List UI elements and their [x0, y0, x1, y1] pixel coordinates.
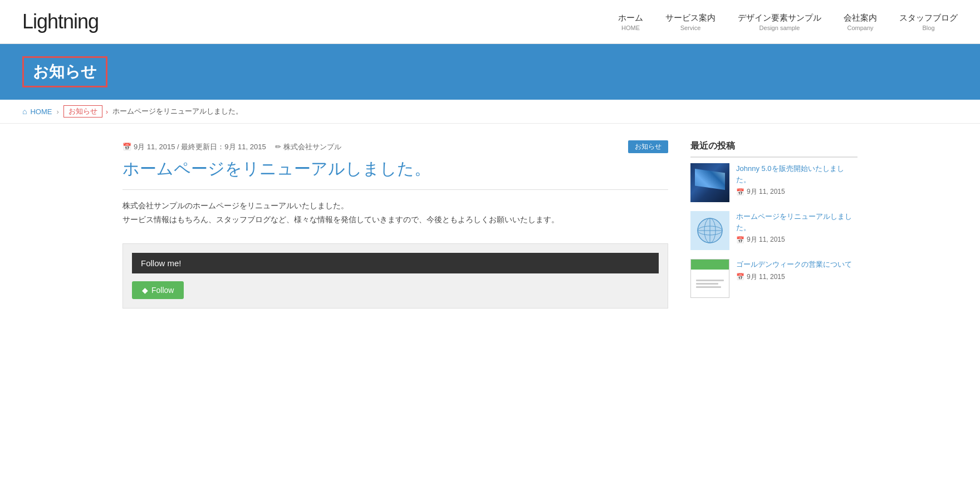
breadcrumb: ⌂ HOME › お知らせ › ホームページをリニューアルしました。: [0, 100, 980, 124]
calendar-icon-2: 📅: [736, 236, 744, 244]
recent-post-thumb-1: [690, 163, 729, 202]
hero-title: お知らせ: [22, 56, 107, 87]
nav-home[interactable]: ホーム HOME: [618, 13, 643, 31]
nav-blog[interactable]: スタッフブログ Blog: [899, 13, 958, 31]
follow-icon: ◆: [142, 286, 148, 295]
recent-post-item-3: ゴールデンウィークの営業について 📅 9月 11, 2015: [690, 259, 857, 298]
nav-company[interactable]: 会社案内 Company: [844, 13, 877, 31]
home-icon: ⌂: [22, 107, 27, 116]
article-category-badge[interactable]: お知らせ: [628, 140, 668, 153]
article-author: ✏ 株式会社サンプル: [275, 142, 341, 152]
pencil-icon: ✏: [275, 143, 281, 151]
recent-post-date-2: 📅 9月 11, 2015: [736, 235, 857, 244]
calendar-icon: 📅: [122, 143, 131, 151]
recent-post-title-1[interactable]: Johnny 5.0を販売開始いたしました。: [736, 163, 857, 185]
article-body-line1: 株式会社サンプルのホームページをリニューアルいたしました。: [122, 199, 668, 213]
recent-post-date-3: 📅 9月 11, 2015: [736, 272, 857, 282]
recent-post-info-2: ホームページをリニューアルしました。 📅 9月 11, 2015: [736, 211, 857, 244]
recent-post-item-2: ホームページをリニューアルしました。 📅 9月 11, 2015: [690, 211, 857, 250]
recent-post-date-1: 📅 9月 11, 2015: [736, 187, 857, 197]
recent-post-info-1: Johnny 5.0を販売開始いたしました。 📅 9月 11, 2015: [736, 163, 857, 197]
recent-post-thumb-3: [690, 259, 729, 298]
sidebar-recent-title: 最近の投稿: [690, 140, 857, 158]
follow-header: Follow me!: [132, 253, 659, 273]
article: 📅 9月 11, 2015 / 最終更新日：9月 11, 2015 ✏ 株式会社…: [122, 140, 668, 309]
recent-post-title-3[interactable]: ゴールデンウィークの営業について: [736, 259, 857, 270]
recent-post-item: Johnny 5.0を販売開始いたしました。 📅 9月 11, 2015: [690, 163, 857, 202]
main-layout: 📅 9月 11, 2015 / 最終更新日：9月 11, 2015 ✏ 株式会社…: [100, 124, 880, 325]
main-nav: ホーム HOME サービス案内 Service デザイン要素サンプル Desig…: [618, 13, 958, 31]
sidebar: 最近の投稿 Johnny 5.0を販売開始いたしました。 📅 9月 11, 20…: [690, 140, 857, 309]
follow-box: Follow me! ◆ Follow: [122, 243, 668, 309]
calendar-icon-1: 📅: [736, 188, 744, 196]
breadcrumb-page: ホームページをリニューアルしました。: [112, 106, 243, 116]
recent-posts-list: Johnny 5.0を販売開始いたしました。 📅 9月 11, 2015: [690, 163, 857, 298]
recent-post-title-2[interactable]: ホームページをリニューアルしました。: [736, 211, 857, 233]
article-author-text: 株式会社サンプル: [283, 142, 341, 152]
breadcrumb-current: お知らせ: [63, 105, 102, 118]
breadcrumb-sep: ›: [56, 107, 58, 116]
article-date-text: 9月 11, 2015 / 最終更新日：9月 11, 2015: [134, 142, 266, 152]
article-date: 📅 9月 11, 2015 / 最終更新日：9月 11, 2015: [122, 142, 266, 152]
globe-svg: [696, 217, 724, 244]
article-body: 株式会社サンプルのホームページをリニューアルいたしました。 サービス情報はもちろ…: [122, 199, 668, 227]
follow-button-label: Follow: [151, 286, 174, 295]
recent-post-thumb-2: [690, 211, 729, 250]
breadcrumb-arrow: ›: [106, 107, 108, 116]
nav-service[interactable]: サービス案内 Service: [665, 13, 716, 31]
article-body-line2: サービス情報はもちろん、スタッフブログなど、様々な情報を発信していきますので、今…: [122, 213, 668, 227]
breadcrumb-home-link[interactable]: HOME: [30, 107, 52, 116]
article-title: ホームページをリニューアルしました。: [122, 158, 668, 190]
follow-button[interactable]: ◆ Follow: [132, 281, 184, 299]
site-header: Lightning ホーム HOME サービス案内 Service デザイン要素…: [0, 0, 980, 44]
nav-design-sample[interactable]: デザイン要素サンプル Design sample: [738, 13, 821, 31]
hero-banner: お知らせ: [0, 44, 980, 100]
site-logo[interactable]: Lightning: [22, 10, 99, 33]
recent-post-info-3: ゴールデンウィークの営業について 📅 9月 11, 2015: [736, 259, 857, 282]
calendar-icon-3: 📅: [736, 273, 744, 281]
article-meta: 📅 9月 11, 2015 / 最終更新日：9月 11, 2015 ✏ 株式会社…: [122, 140, 668, 153]
